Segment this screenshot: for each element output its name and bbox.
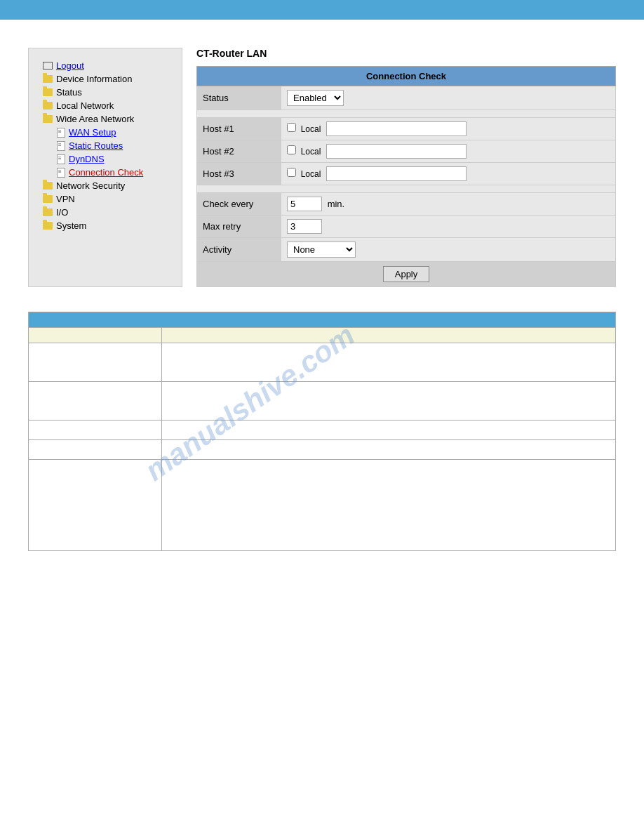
check-every-input[interactable]: [287, 197, 322, 211]
host1-local-label: Local: [301, 124, 321, 134]
right-panel: CT-Router LAN Connection Check Status En…: [196, 48, 616, 287]
folder-icon: [43, 115, 53, 123]
wan-setup-link[interactable]: WAN Setup: [69, 127, 116, 138]
host3-local-label: Local: [301, 169, 321, 179]
status-value-cell: Enabled Disabled: [281, 86, 616, 110]
activity-select[interactable]: None Reset WAN Reboot: [287, 241, 356, 258]
activity-label: Activity: [197, 238, 281, 262]
bottom-blue-header: [29, 312, 616, 328]
sidebar-item-system[interactable]: System: [43, 219, 168, 232]
conn-check-header: Connection Check: [197, 67, 616, 86]
max-retry-row: Max retry: [197, 216, 616, 238]
bottom-tall-row: [29, 460, 616, 551]
logout-link[interactable]: Logout: [56, 60, 84, 71]
check-every-label: Check every: [197, 193, 281, 216]
folder-icon: [43, 195, 53, 203]
max-retry-value-cell: [281, 216, 616, 238]
apply-cell: Apply: [197, 262, 616, 287]
host2-local-checkbox[interactable]: [287, 145, 296, 154]
folder-icon: [43, 222, 53, 230]
max-retry-label: Max retry: [197, 216, 281, 238]
sidebar-item-dyndns[interactable]: DynDNS: [43, 152, 168, 166]
separator-row-2: [197, 185, 616, 193]
sidebar-item-wan-setup[interactable]: WAN Setup: [43, 126, 168, 139]
connection-check-table: Connection Check Status Enabled Disabled: [196, 66, 616, 287]
host2-row: Host #2 Local: [197, 140, 616, 163]
status-row: Status Enabled Disabled: [197, 86, 616, 110]
sidebar-item-local-network[interactable]: Local Network: [43, 99, 168, 112]
top-bar: [0, 0, 644, 20]
bottom-content-row-1: [29, 343, 616, 382]
sidebar: □ Logout Device Information Status Local…: [28, 48, 182, 287]
folder-icon: [43, 182, 53, 190]
host1-value-cell: Local: [281, 118, 616, 140]
activity-row: Activity None Reset WAN Reboot: [197, 238, 616, 262]
apply-row: Apply: [197, 262, 616, 287]
bottom-content-row-2: [29, 382, 616, 421]
sidebar-item-device-info[interactable]: Device Information: [43, 72, 168, 86]
sidebar-item-wan[interactable]: Wide Area Network: [43, 112, 168, 126]
host1-label: Host #1: [197, 118, 281, 140]
page-icon: [57, 168, 65, 178]
host1-local-checkbox[interactable]: [287, 123, 296, 132]
host3-input[interactable]: [326, 166, 467, 181]
sidebar-item-io[interactable]: I/O: [43, 206, 168, 219]
conn-check-link[interactable]: Connection Check: [69, 167, 143, 178]
sidebar-item-logout[interactable]: □ Logout: [43, 59, 168, 72]
sidebar-item-conn-check[interactable]: Connection Check: [43, 166, 168, 179]
bottom-yellow-row: [29, 328, 616, 343]
page-icon: [57, 128, 65, 138]
host1-row: Host #1 Local: [197, 118, 616, 140]
bottom-single-row-2: [29, 440, 616, 460]
logout-icon: □: [43, 62, 53, 70]
host2-value-cell: Local: [281, 140, 616, 163]
bottom-table: [28, 312, 616, 551]
sidebar-item-status[interactable]: Status: [43, 86, 168, 99]
status-select[interactable]: Enabled Disabled: [287, 90, 344, 106]
dyndns-link[interactable]: DynDNS: [69, 154, 105, 164]
min-label: min.: [328, 199, 345, 209]
folder-icon: [43, 75, 53, 83]
sidebar-item-static-routes[interactable]: Static Routes: [43, 139, 168, 152]
host2-input[interactable]: [326, 144, 467, 159]
folder-icon: [43, 102, 53, 110]
host3-row: Host #3 Local: [197, 163, 616, 185]
host3-local-checkbox[interactable]: [287, 168, 296, 177]
host2-local-label: Local: [301, 147, 321, 157]
folder-icon: [43, 88, 53, 96]
max-retry-input[interactable]: [287, 219, 322, 234]
sidebar-item-vpn[interactable]: VPN: [43, 192, 168, 206]
panel-title: CT-Router LAN: [196, 48, 616, 59]
bottom-section: [0, 312, 644, 551]
host2-label: Host #2: [197, 140, 281, 163]
page-icon: [57, 141, 65, 151]
host1-input[interactable]: [326, 121, 467, 136]
host3-value-cell: Local: [281, 163, 616, 185]
host3-label: Host #3: [197, 163, 281, 185]
separator-row-1: [197, 110, 616, 118]
activity-value-cell: None Reset WAN Reboot: [281, 238, 616, 262]
status-label: Status: [197, 86, 281, 110]
bottom-single-row-1: [29, 421, 616, 440]
check-every-value-cell: min.: [281, 193, 616, 216]
folder-icon: [43, 208, 53, 216]
sidebar-item-network-security[interactable]: Network Security: [43, 179, 168, 192]
static-routes-link[interactable]: Static Routes: [69, 140, 123, 151]
check-every-row: Check every min.: [197, 193, 616, 216]
apply-button[interactable]: Apply: [383, 266, 430, 282]
page-icon: [57, 154, 65, 164]
